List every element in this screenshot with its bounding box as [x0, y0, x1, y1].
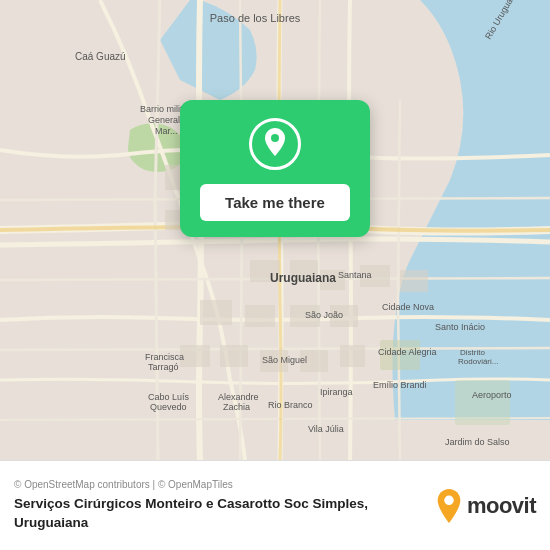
- location-title: Serviços Cirúrgicos Monteiro e Casarotto…: [14, 495, 423, 531]
- svg-text:Zachia: Zachia: [223, 402, 250, 412]
- svg-text:Quevedo: Quevedo: [150, 402, 187, 412]
- svg-text:Emílio Brandi: Emílio Brandi: [373, 380, 427, 390]
- svg-text:Tarragó: Tarragó: [148, 362, 179, 372]
- map-container: Paso de los Libres Caá Guazú Barrio mili…: [0, 0, 550, 460]
- card-overlay: Take me there: [180, 100, 370, 237]
- svg-text:Alexandre: Alexandre: [218, 392, 259, 402]
- bottom-bar: © OpenStreetMap contributors | © OpenMap…: [0, 460, 550, 550]
- svg-text:Santo Inácio: Santo Inácio: [435, 322, 485, 332]
- moovit-logo: moovit: [435, 489, 536, 523]
- svg-text:Paso de los Libres: Paso de los Libres: [210, 12, 301, 24]
- svg-rect-16: [340, 345, 365, 367]
- location-icon-wrap: [249, 118, 301, 170]
- svg-rect-13: [220, 345, 248, 367]
- svg-text:Rio Branco: Rio Branco: [268, 400, 313, 410]
- svg-text:Ipiranga: Ipiranga: [320, 387, 353, 397]
- attribution-text: © OpenStreetMap contributors | © OpenMap…: [14, 479, 423, 490]
- svg-rect-12: [180, 345, 210, 367]
- moovit-text: moovit: [467, 493, 536, 519]
- svg-text:Uruguaiana: Uruguaiana: [270, 271, 336, 285]
- moovit-pin-icon: [435, 489, 463, 523]
- svg-point-50: [444, 495, 453, 504]
- svg-text:Cabo Luís: Cabo Luís: [148, 392, 190, 402]
- svg-text:Cidade Nova: Cidade Nova: [382, 302, 434, 312]
- bottom-info: © OpenStreetMap contributors | © OpenMap…: [14, 479, 423, 531]
- svg-text:Mar...: Mar...: [155, 126, 178, 136]
- svg-text:Jardim do Salso: Jardim do Salso: [445, 437, 510, 447]
- svg-text:São João: São João: [305, 310, 343, 320]
- svg-text:Santana: Santana: [338, 270, 372, 280]
- svg-rect-9: [245, 305, 275, 327]
- svg-text:Rodoviári...: Rodoviári...: [458, 357, 498, 366]
- location-pin-icon: [261, 128, 289, 160]
- svg-text:Aeroporto: Aeroporto: [472, 390, 512, 400]
- svg-point-49: [271, 134, 279, 142]
- svg-text:São Miguel: São Miguel: [262, 355, 307, 365]
- svg-text:Distrito: Distrito: [460, 348, 485, 357]
- svg-rect-21: [455, 380, 510, 425]
- svg-rect-7: [400, 270, 428, 292]
- take-me-button[interactable]: Take me there: [200, 184, 350, 221]
- svg-text:Francisca: Francisca: [145, 352, 184, 362]
- svg-text:Caá Guazú: Caá Guazú: [75, 51, 126, 62]
- svg-rect-8: [200, 300, 232, 325]
- svg-text:Vila Júlia: Vila Júlia: [308, 424, 344, 434]
- svg-text:Cidade Alegria: Cidade Alegria: [378, 347, 437, 357]
